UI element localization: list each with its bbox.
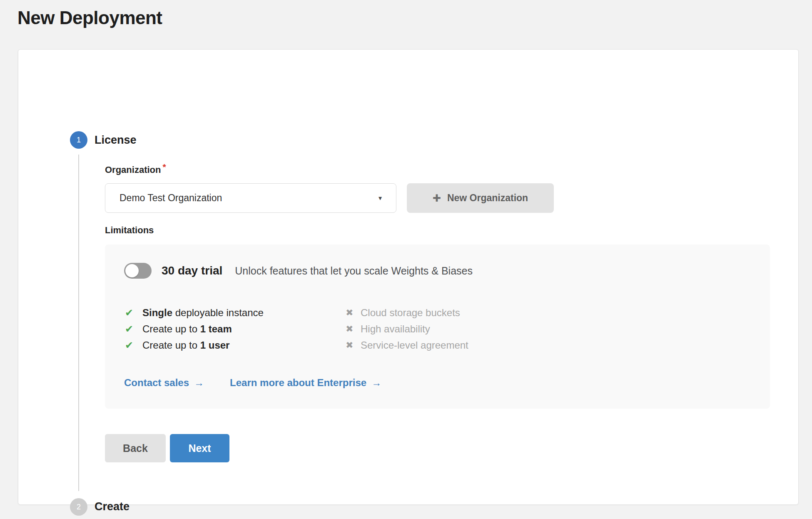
organization-selected-value: Demo Test Organization [120,192,222,204]
feature-text: Single [142,307,172,319]
feature-row: ✔ Single deployable instance [125,304,264,321]
step-1-number: 1 [77,136,81,145]
check-icon: ✔ [125,307,142,319]
feature-text: Cloud storage buckets [361,307,460,319]
feature-text: deployable instance [172,307,264,319]
organization-label: Organization* [105,165,166,175]
feature-text: 1 team [200,323,232,335]
trial-title: 30 day trial [162,264,222,277]
limitations-label: Limitations [105,225,154,236]
feature-row: ✖ High availability [346,321,468,337]
check-icon: ✔ [125,323,142,335]
trial-toggle-row: 30 day trial Unlock features that let yo… [124,263,473,279]
step-1-label: License [95,134,137,147]
feature-text: Create up to [142,339,200,351]
arrow-right-icon: → [371,377,381,389]
excluded-features-list: ✖ Cloud storage buckets ✖ High availabil… [346,304,468,353]
included-features-list: ✔ Single deployable instance ✔ Create up… [125,304,264,353]
trial-description: Unlock features that let you scale Weigh… [235,265,473,277]
arrow-right-icon: → [194,377,204,389]
step-2-label: Create [95,500,130,513]
learn-more-enterprise-link[interactable]: Learn more about Enterprise → [230,377,381,389]
check-icon: ✔ [125,339,142,351]
feature-text: 1 user [200,339,230,351]
feature-row: ✖ Service-level agreement [346,337,468,353]
new-deployment-page: New Deployment 1 License Organization* D… [0,0,812,519]
stepper-connector-line [78,155,79,491]
new-organization-button-label: New Organization [447,192,528,204]
x-icon: ✖ [346,324,361,334]
x-icon: ✖ [346,340,361,351]
next-button[interactable]: Next [170,434,229,462]
page-title: New Deployment [17,7,162,28]
contact-sales-link-label: Contact sales [124,377,189,389]
step-2-indicator: 2 [70,498,87,516]
step-2-number: 2 [77,503,81,512]
feature-row: ✔ Create up to 1 user [125,337,264,353]
chevron-down-icon: ▾ [379,194,382,202]
step-1-indicator: 1 [70,131,87,149]
limitations-panel: 30 day trial Unlock features that let yo… [105,245,770,409]
toggle-knob [125,264,139,277]
feature-row: ✔ Create up to 1 team [125,321,264,337]
links-row: Contact sales → Learn more about Enterpr… [124,377,381,389]
new-organization-button[interactable]: ✚ New Organization [407,183,554,213]
back-button[interactable]: Back [105,434,166,462]
feature-row: ✖ Cloud storage buckets [346,304,468,321]
required-asterisk: * [162,162,166,172]
organization-select[interactable]: Demo Test Organization ▾ [105,183,396,213]
organization-label-text: Organization [105,165,161,175]
contact-sales-link[interactable]: Contact sales → [124,377,204,389]
x-icon: ✖ [346,307,361,318]
trial-toggle[interactable] [124,263,152,279]
feature-text: Create up to [142,323,200,335]
feature-text: High availability [361,323,430,335]
deployment-wizard-card: 1 License Organization* Demo Test Organi… [18,49,799,505]
feature-text: Service-level agreement [361,339,468,351]
learn-more-link-label: Learn more about Enterprise [230,377,366,389]
plus-icon: ✚ [433,192,441,204]
